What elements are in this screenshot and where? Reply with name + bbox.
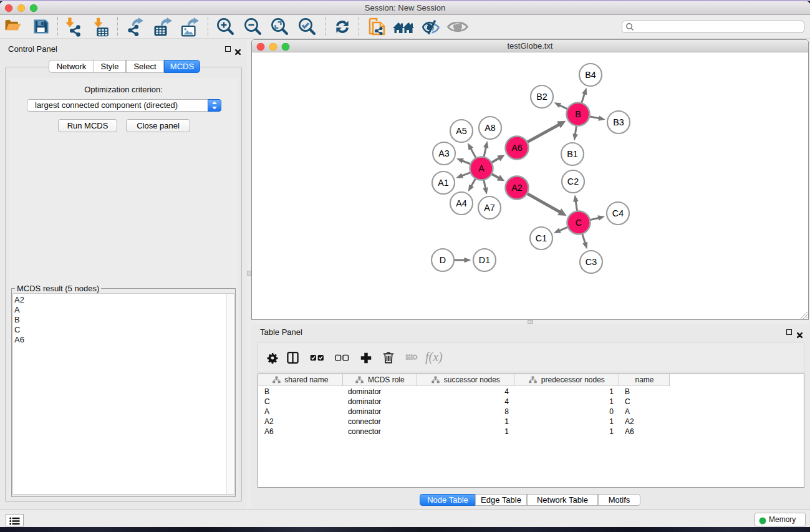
svg-text:B: B <box>575 109 581 119</box>
svg-text:A: A <box>478 163 485 173</box>
svg-text:D: D <box>440 255 446 265</box>
svg-text:B1: B1 <box>567 149 578 159</box>
svg-text:C2: C2 <box>567 177 579 186</box>
svg-text:B2: B2 <box>536 92 547 102</box>
svg-text:B4: B4 <box>585 70 596 80</box>
svg-text:A2: A2 <box>511 183 523 193</box>
svg-text:D1: D1 <box>479 255 490 265</box>
svg-text:C3: C3 <box>586 257 597 267</box>
svg-text:A6: A6 <box>511 143 523 153</box>
svg-text:B3: B3 <box>613 117 624 127</box>
svg-text:C: C <box>576 218 582 228</box>
svg-text:A8: A8 <box>485 123 496 133</box>
svg-text:A5: A5 <box>456 126 467 136</box>
svg-text:A3: A3 <box>438 148 450 158</box>
svg-text:C1: C1 <box>536 233 547 243</box>
svg-text:A4: A4 <box>456 198 467 208</box>
svg-text:C4: C4 <box>612 208 624 218</box>
svg-text:A7: A7 <box>484 203 495 213</box>
svg-text:A1: A1 <box>438 178 449 188</box>
